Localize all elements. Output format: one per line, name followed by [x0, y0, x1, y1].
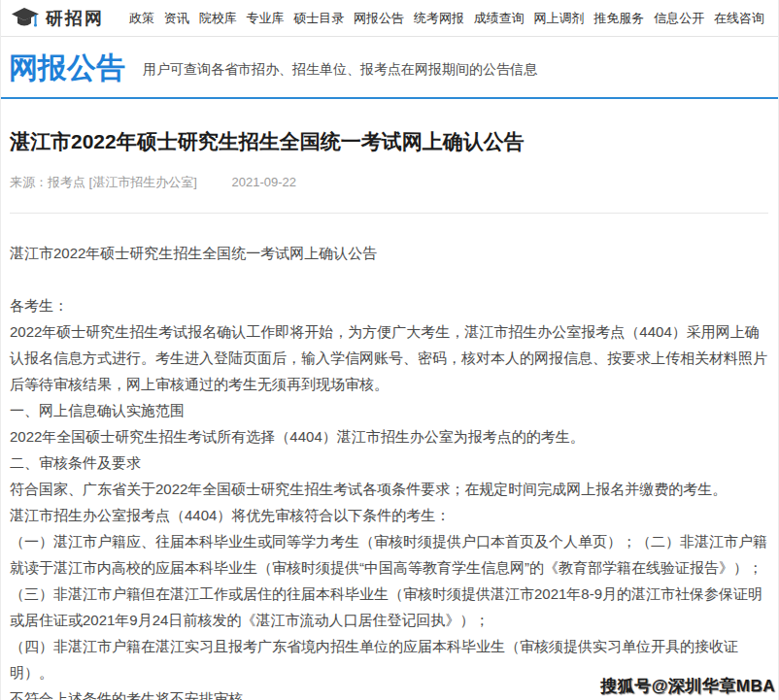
graduation-cap-icon — [11, 7, 40, 30]
article-paragraph: 2022年硕士研究生招生考试报名确认工作即将开始，为方便广大考生，湛江市招生办公… — [10, 318, 768, 397]
article-body: 湛江市2022年硕士研究生招生全国统一考试网上确认公告各考生：2022年硕士研究… — [10, 240, 768, 700]
article-meta: 来源：报考点 [湛江市招生办公室] 2021-09-22 — [10, 174, 768, 191]
sohu-watermark: 搜狐号@深圳华章MBA — [600, 675, 775, 697]
page-title: 网报公告 — [9, 52, 125, 83]
nav-item[interactable]: 成绩查询 — [474, 10, 525, 27]
nav-item[interactable]: 硕士目录 — [293, 10, 344, 27]
page: 研招网 政策资讯院校库专业库硕士目录网报公告统考网报成绩查询网上调剂推免服务信息… — [0, 0, 779, 700]
article-date: 2021-09-22 — [231, 175, 296, 189]
top-navigation: 研招网 政策资讯院校库专业库硕士目录网报公告统考网报成绩查询网上调剂推免服务信息… — [1, 0, 778, 37]
nav-item[interactable]: 政策 — [129, 10, 154, 27]
nav-items: 政策资讯院校库专业库硕士目录网报公告统考网报成绩查询网上调剂推免服务信息公开在线… — [129, 10, 764, 27]
article-paragraph: 符合国家、广东省关于2022年全国硕士研究生招生考试各项条件要求；在规定时间完成… — [10, 476, 768, 502]
nav-item[interactable]: 网上调剂 — [534, 10, 585, 27]
article-source: 来源：报考点 [湛江市招生办公室] — [10, 175, 197, 189]
page-subtitle: 用户可查询各省市招办、招生单位、报考点在网报期间的公告信息 — [143, 61, 537, 83]
nav-item[interactable]: 院校库 — [199, 10, 237, 27]
nav-item[interactable]: 在线咨询 — [714, 10, 764, 27]
nav-item[interactable]: 信息公开 — [654, 10, 704, 27]
article-title: 湛江市2022年硕士研究生招生全国统一考试网上确认公告 — [10, 129, 768, 154]
article-paragraph: 湛江市2022年硕士研究生招生全国统一考试网上确认公告 — [10, 240, 768, 266]
nav-item[interactable]: 专业库 — [246, 10, 284, 27]
site-name[interactable]: 研招网 — [46, 7, 104, 30]
nav-item[interactable]: 资讯 — [164, 10, 189, 27]
article-paragraph: 一、网上信息确认实施范围 — [10, 397, 768, 423]
nav-item[interactable]: 网报公告 — [354, 10, 404, 27]
article-paragraph: （三）非湛江市户籍但在湛江工作或居住的往届本科毕业生（审核时须提供湛江市2021… — [10, 581, 768, 633]
article-paragraph: 各考生： — [10, 292, 768, 318]
article-paragraph: 湛江市招生办公室报考点（4404）将优先审核符合以下条件的考生： — [10, 502, 768, 528]
article-paragraph: 2022年全国硕士研究生招生考试所有选择（4404）湛江市招生办公室为报考点的的… — [10, 423, 768, 450]
nav-item[interactable]: 统考网报 — [414, 10, 464, 27]
site-logo[interactable]: 研招网 — [11, 7, 104, 30]
announcement-article: 湛江市2022年硕士研究生招生全国统一考试网上确认公告 来源：报考点 [湛江市招… — [1, 129, 778, 700]
section-banner: 网报公告 用户可查询各省市招办、招生单位、报考点在网报期间的公告信息 — [1, 37, 778, 99]
article-paragraph: （一）湛江市户籍应、往届本科毕业生或同等学力考生（审核时须提供户口本首页及个人单… — [10, 528, 768, 581]
article-paragraph: 二、审核条件及要求 — [10, 450, 768, 476]
meta-divider — [10, 213, 768, 214]
nav-item[interactable]: 推免服务 — [593, 10, 644, 27]
